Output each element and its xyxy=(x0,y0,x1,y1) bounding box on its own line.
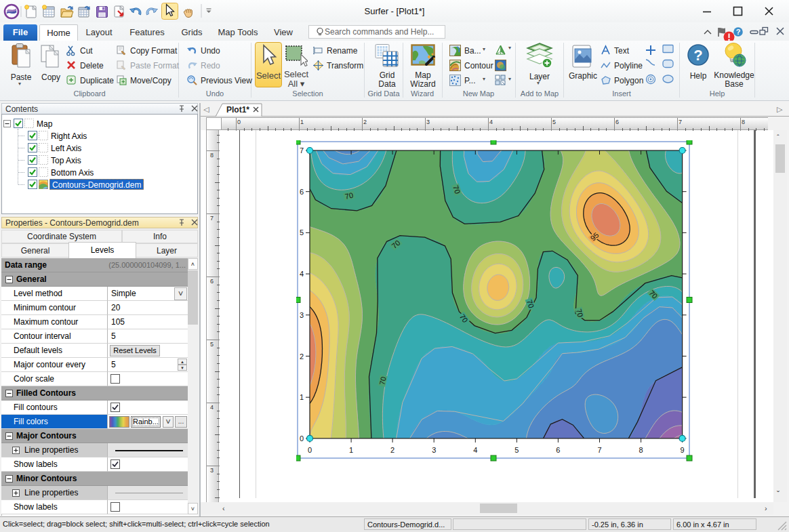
svg-text:7: 7 xyxy=(300,146,304,155)
svg-text:?: ? xyxy=(693,47,702,64)
svg-text:4: 4 xyxy=(473,446,477,454)
svg-text:3: 3 xyxy=(300,311,304,319)
svg-text:4: 4 xyxy=(300,270,304,278)
svg-text:0: 0 xyxy=(308,446,312,454)
svg-text:3: 3 xyxy=(432,446,436,454)
svg-text:70: 70 xyxy=(378,376,387,386)
svg-text:70: 70 xyxy=(344,191,354,201)
svg-text:Plot1*: Plot1* xyxy=(226,105,249,115)
svg-text:6: 6 xyxy=(556,446,560,454)
svg-text:?: ? xyxy=(736,28,741,36)
svg-text:7: 7 xyxy=(597,446,601,454)
svg-text:1: 1 xyxy=(300,393,304,401)
svg-text:1: 1 xyxy=(349,446,353,454)
svg-text:2: 2 xyxy=(300,352,304,361)
svg-text:5: 5 xyxy=(514,446,519,454)
svg-text:6: 6 xyxy=(300,188,304,196)
svg-text:9: 9 xyxy=(681,446,685,454)
svg-text:8: 8 xyxy=(639,446,643,454)
svg-text:5: 5 xyxy=(300,228,304,237)
svg-text:0: 0 xyxy=(300,434,304,443)
svg-text:2: 2 xyxy=(390,446,394,454)
